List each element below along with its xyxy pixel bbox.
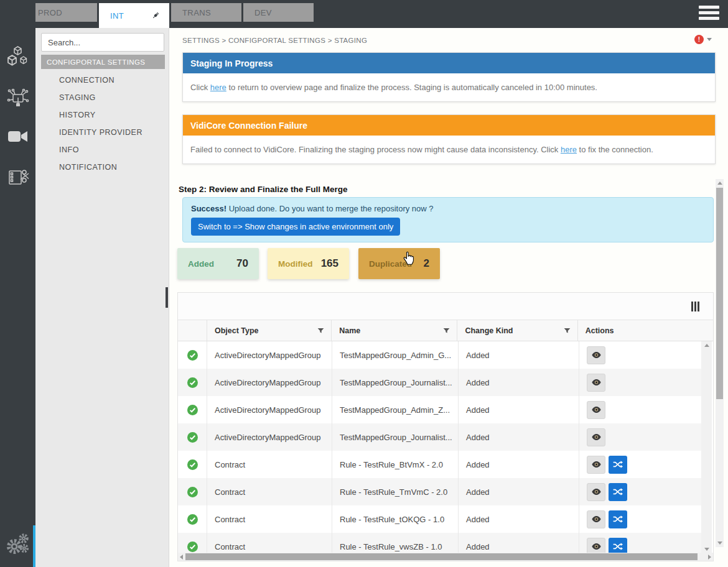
cell-name: Rule - TestRule_vwsZB - 1.0	[332, 533, 459, 553]
view-details-button[interactable]	[587, 401, 605, 419]
view-details-button[interactable]	[587, 510, 605, 528]
switch-view-button[interactable]: Switch to => Show changes in active envi…	[191, 218, 400, 236]
cell-object-type: Contract	[207, 533, 332, 553]
icon-rail	[0, 0, 35, 567]
row-status-cell	[178, 369, 207, 396]
filter-icon[interactable]	[442, 327, 450, 334]
scroll-up-arrow[interactable]	[704, 344, 709, 347]
sidebar-item-connection[interactable]: CONNECTION	[35, 71, 169, 89]
remote-interaction-icon[interactable]	[6, 87, 30, 113]
table-header: Object Type Name Change Kind Actions	[178, 320, 713, 341]
success-rest: Upload done. Do you want to merge the re…	[226, 204, 433, 213]
success-message-box: Success! Upload done. Do you want to mer…	[182, 197, 714, 242]
view-details-button[interactable]	[587, 428, 605, 446]
settings-sidenav: CONFIGPORTAL SETTINGS CONNECTION STAGING…	[35, 28, 169, 567]
tab-prod[interactable]: PROD	[27, 3, 97, 22]
success-check-icon	[187, 542, 198, 552]
table-row: Contract Rule - TestRule_tOKQG - 1.0 Add…	[178, 505, 701, 533]
compare-button[interactable]	[609, 483, 627, 501]
sidebar-item-history[interactable]: HISTORY	[35, 106, 169, 124]
success-check-icon	[187, 432, 198, 443]
sidebar-item-identity-provider[interactable]: IDENTITY PROVIDER	[35, 124, 169, 141]
table-horizontal-scrollbar[interactable]	[178, 553, 713, 561]
success-text: Success! Upload done. Do you want to mer…	[191, 204, 705, 213]
cell-change-kind: Added	[459, 341, 579, 369]
breadcrumb: SETTINGS > CONFIGPORTAL SETTINGS > STAGI…	[182, 37, 367, 44]
cell-change-kind: Added	[459, 423, 579, 451]
compare-button[interactable]	[609, 510, 627, 528]
table-vertical-scrollbar[interactable]	[701, 341, 712, 553]
cell-name: Rule - TestRule_BtVmX - 2.0	[332, 451, 459, 478]
shuffle-icon	[613, 542, 623, 551]
tab-int[interactable]: INT	[99, 3, 169, 28]
error-icon: !	[694, 35, 704, 44]
scroll-left-arrow[interactable]	[180, 555, 183, 560]
cell-object-type: ActiveDirectoryMappedGroup	[207, 396, 332, 423]
page-scroll-thumb[interactable]	[716, 188, 723, 399]
cell-object-type: Contract	[207, 505, 332, 533]
sidenav-section-title: CONFIGPORTAL SETTINGS	[41, 55, 165, 69]
fix-connection-link[interactable]: here	[561, 145, 577, 154]
staging-alert-title: Staging In Progress	[183, 53, 715, 73]
cell-actions	[579, 396, 701, 423]
duplicated-stat-card[interactable]: Duplicated 2	[358, 248, 440, 279]
success-check-icon	[187, 514, 198, 525]
success-check-icon	[187, 405, 198, 415]
media-edit-icon[interactable]	[6, 165, 30, 191]
hamburger-menu-icon[interactable]	[699, 6, 719, 22]
view-details-button[interactable]	[587, 456, 605, 474]
top-bar: PROD INT TRANS DEV	[0, 0, 728, 28]
column-label: Actions	[586, 326, 614, 335]
modified-stat-card[interactable]: Modified 165	[268, 248, 349, 279]
alert-text: to return to overview page and finalize …	[226, 83, 597, 92]
view-details-button[interactable]	[587, 483, 605, 501]
tab-trans[interactable]: TRANS	[171, 3, 241, 22]
eye-icon	[592, 406, 601, 413]
modules-cubes-icon[interactable]	[7, 45, 29, 70]
page-vertical-scrollbar[interactable]	[716, 179, 724, 547]
return-overview-link[interactable]: here	[210, 83, 226, 92]
eye-icon	[592, 351, 601, 359]
column-label: Object Type	[215, 326, 259, 335]
compare-button[interactable]	[609, 456, 627, 474]
alert-text: Failed to connect to VidiCore. Finalizin…	[190, 145, 561, 154]
sidebar-item-info[interactable]: INFO	[35, 141, 169, 159]
horizontal-scroll-thumb[interactable]	[185, 553, 698, 560]
shuffle-icon	[613, 460, 623, 469]
cell-actions	[579, 341, 701, 369]
compare-button[interactable]	[609, 538, 627, 554]
step-title: Step 2: Review and Finalize the Full Mer…	[179, 185, 348, 194]
view-details-button[interactable]	[587, 374, 605, 392]
filter-icon[interactable]	[563, 327, 571, 334]
error-indicator[interactable]: !	[694, 35, 712, 44]
scroll-right-arrow[interactable]	[708, 555, 711, 560]
cell-object-type: Contract	[207, 478, 332, 505]
cell-object-type: ActiveDirectoryMappedGroup	[207, 423, 332, 451]
scroll-down-arrow[interactable]	[704, 548, 709, 551]
video-camera-icon[interactable]	[7, 129, 29, 147]
settings-gears-icon[interactable]	[4, 532, 32, 560]
cell-object-type: ActiveDirectoryMappedGroup	[207, 369, 332, 396]
added-stat-card[interactable]: Added 70	[177, 248, 259, 279]
modified-count: 165	[321, 257, 338, 270]
cell-change-kind: Added	[459, 505, 579, 533]
table-row: Contract Rule - TestRule_vwsZB - 1.0 Add…	[178, 533, 701, 553]
search-input[interactable]	[41, 33, 164, 52]
cell-name: TestMappedGroup_Admin_Z...	[332, 396, 459, 423]
page-scroll-up-arrow[interactable]	[717, 182, 722, 185]
view-details-button[interactable]	[587, 538, 605, 554]
changes-table: Object Type Name Change Kind Actions Act…	[177, 292, 714, 561]
added-label: Added	[188, 259, 214, 269]
table-row: ActiveDirectoryMappedGroup TestMappedGro…	[178, 369, 701, 396]
column-chooser-icon[interactable]	[691, 302, 699, 311]
page-scroll-down-arrow[interactable]	[717, 542, 722, 545]
table-row: Contract Rule - TestRule_BtVmX - 2.0 Add…	[178, 451, 701, 478]
duplicated-count: 2	[424, 257, 429, 270]
eye-icon	[592, 543, 601, 550]
tab-dev[interactable]: DEV	[243, 3, 314, 22]
filter-icon[interactable]	[317, 327, 325, 334]
sidebar-item-staging[interactable]: STAGING	[35, 89, 169, 106]
view-details-button[interactable]	[587, 346, 605, 364]
sidebar-item-notification[interactable]: NOTIFICATION	[35, 159, 169, 176]
alert-text: to fix the connection.	[577, 145, 653, 154]
